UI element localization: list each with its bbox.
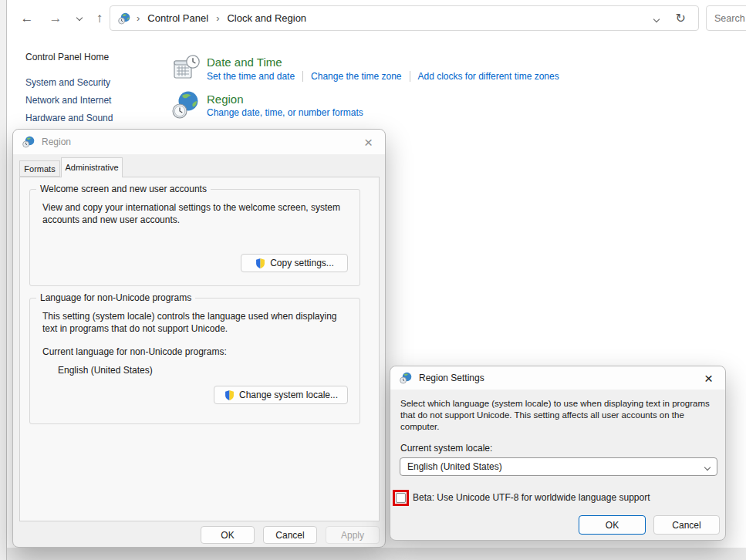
recent-pages-chevron-icon[interactable] [69, 8, 90, 29]
add-clocks-link[interactable]: Add clocks for different time zones [418, 71, 559, 82]
tab-formats[interactable]: Formats [19, 160, 60, 177]
sidebar-item-network-and-internet[interactable]: Network and Internet [25, 95, 111, 106]
search-box[interactable] [706, 5, 746, 31]
address-bar[interactable]: › Control Panel › Clock and Region ↻ [110, 5, 699, 31]
region-dialog-title: Region [42, 137, 71, 147]
utf8-beta-checkbox-label[interactable]: Beta: Use Unicode UTF-8 for worldwide la… [413, 492, 650, 503]
region-dialog: Region × Formats Administrative Welcome … [12, 129, 386, 548]
change-system-locale-button[interactable]: Change system locale... [214, 386, 348, 404]
breadcrumb-clock-and-region[interactable]: Clock and Region [225, 12, 308, 24]
uac-shield-icon [255, 258, 266, 269]
change-time-zone-link[interactable]: Change the time zone [311, 71, 401, 82]
refresh-icon[interactable]: ↻ [676, 11, 686, 25]
non-unicode-group-legend: Language for non-Unicode programs [36, 292, 195, 303]
region-icon[interactable] [171, 90, 201, 120]
change-system-locale-button-label: Change system locale... [239, 390, 338, 400]
date-and-time-icon[interactable] [173, 53, 201, 81]
settings-ok-button[interactable]: OK [579, 515, 646, 535]
date-and-time-title[interactable]: Date and Time [207, 56, 282, 69]
window-left-edge [6, 0, 7, 560]
administrative-tab-page: Welcome screen and new user accounts Vie… [19, 177, 380, 521]
region-ok-button[interactable]: OK [201, 526, 255, 544]
welcome-screen-description: View and copy your international setting… [42, 201, 353, 226]
region-apply-button: Apply [326, 526, 380, 544]
date-and-time-links: Set the time and date Change the time zo… [207, 71, 559, 82]
breadcrumb-control-panel[interactable]: Control Panel [146, 12, 210, 24]
background-below-window [7, 548, 746, 560]
back-icon[interactable]: ← [16, 8, 38, 29]
close-icon[interactable]: × [361, 135, 376, 150]
set-time-and-date-link[interactable]: Set the time and date [207, 71, 295, 82]
region-settings-icon [400, 372, 412, 384]
sidebar-item-control-panel-home[interactable]: Control Panel Home [25, 52, 109, 62]
red-highlight-box [393, 490, 409, 506]
search-input[interactable] [714, 13, 746, 24]
non-unicode-description: This setting (system locale) controls th… [42, 310, 353, 335]
close-icon[interactable]: × [701, 371, 716, 386]
clock-region-icon [118, 12, 130, 25]
tab-administrative[interactable]: Administrative [61, 157, 123, 177]
chevron-down-icon [705, 461, 710, 472]
copy-settings-button-label: Copy settings... [270, 258, 334, 268]
region-settings-description: Select which language (system locale) to… [400, 398, 723, 433]
welcome-screen-group: Welcome screen and new user accounts Vie… [29, 189, 360, 286]
left-strip [0, 0, 6, 560]
link-separator [302, 71, 303, 82]
region-settings-title: Region Settings [419, 373, 484, 383]
copy-settings-button[interactable]: Copy settings... [241, 254, 348, 272]
current-language-label: Current language for non-Unicode program… [42, 346, 227, 358]
non-unicode-group: Language for non-Unicode programs This s… [29, 298, 360, 424]
region-dialog-icon [22, 136, 35, 148]
breadcrumb-separator: › [130, 12, 146, 24]
region-settings-titlebar[interactable]: Region Settings × [390, 366, 725, 390]
region-settings-dialog: Region Settings × Select which language … [390, 366, 726, 541]
control-panel-window: ← → ↑ › Control Panel › Clock and Region [0, 0, 746, 560]
breadcrumb-separator: › [210, 12, 225, 24]
welcome-screen-group-legend: Welcome screen and new user accounts [36, 184, 211, 194]
navigation-toolbar: ← → ↑ › Control Panel › Clock and Region [7, 0, 746, 37]
utf8-beta-checkbox[interactable] [396, 493, 406, 503]
region-links: Change date, time, or number formats [207, 107, 363, 118]
link-separator [410, 71, 410, 82]
sidebar-item-system-and-security[interactable]: System and Security [25, 77, 110, 88]
sidebar-item-hardware-and-sound[interactable]: Hardware and Sound [25, 113, 113, 123]
current-language-value: English (United States) [58, 364, 153, 376]
address-dropdown-chevron-icon[interactable] [654, 12, 659, 24]
up-icon[interactable]: ↑ [89, 8, 110, 29]
region-cancel-button[interactable]: Cancel [263, 526, 317, 544]
system-locale-value: English (United States) [407, 461, 502, 472]
forward-icon[interactable]: → [45, 8, 66, 29]
uac-shield-icon [224, 390, 235, 401]
current-system-locale-label: Current system locale: [400, 443, 492, 454]
region-dialog-titlebar[interactable]: Region × [13, 130, 385, 154]
region-title[interactable]: Region [207, 93, 244, 106]
change-formats-link[interactable]: Change date, time, or number formats [207, 107, 363, 118]
system-locale-dropdown[interactable]: English (United States) [400, 457, 717, 476]
settings-cancel-button[interactable]: Cancel [653, 515, 720, 535]
